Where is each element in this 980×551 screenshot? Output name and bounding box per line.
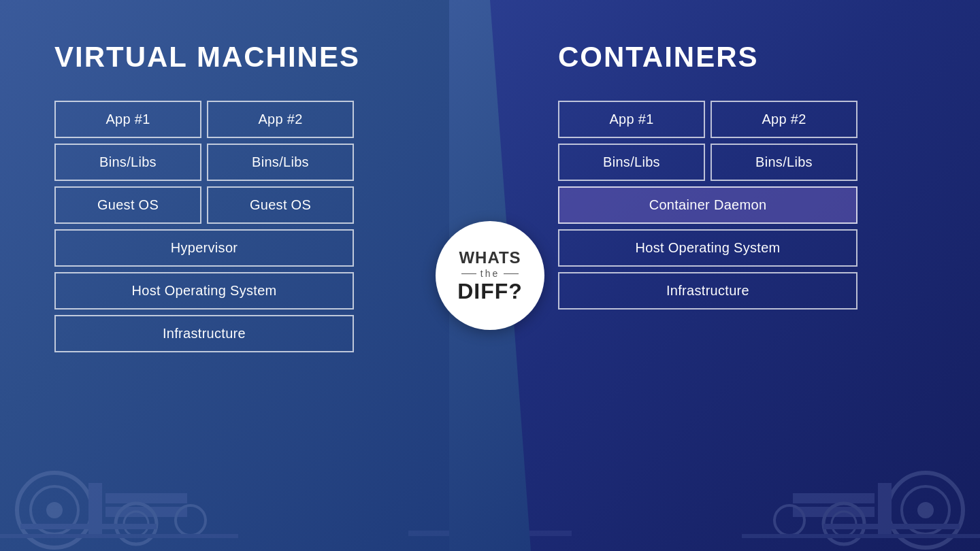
vm-app1-box: App #1 <box>54 101 201 138</box>
circle-diff-text: DIFF? <box>457 280 523 302</box>
containers-bins1-box: Bins/Libs <box>558 144 705 181</box>
vm-title: VIRTUAL MACHINES <box>54 41 360 73</box>
containers-row-bins: Bins/Libs Bins/Libs <box>558 144 858 181</box>
vm-bins2-box: Bins/Libs <box>207 144 354 181</box>
center-badge: WHATS the DIFF? <box>436 221 544 330</box>
circle-the-text: the <box>461 268 519 279</box>
vm-row-apps: App #1 App #2 <box>54 101 354 138</box>
vm-bins1-box: Bins/Libs <box>54 144 201 181</box>
containers-row-apps: App #1 App #2 <box>558 101 858 138</box>
circle-whats-text: WHATS <box>459 249 521 267</box>
containers-hostos-box: Host Operating System <box>558 229 858 267</box>
vm-diagram: App #1 App #2 Bins/Libs Bins/Libs Guest … <box>54 101 354 352</box>
containers-bins2-box: Bins/Libs <box>710 144 858 181</box>
vm-hostos-box: Host Operating System <box>54 272 354 310</box>
vm-row-bins: Bins/Libs Bins/Libs <box>54 144 354 181</box>
containers-diagram: App #1 App #2 Bins/Libs Bins/Libs Contai… <box>558 101 858 310</box>
containers-app2-box: App #2 <box>710 101 858 138</box>
containers-daemon-box: Container Daemon <box>558 186 858 224</box>
vm-guestos1-box: Guest OS <box>54 186 201 224</box>
vm-row-guestos: Guest OS Guest OS <box>54 186 354 224</box>
vm-infrastructure-box: Infrastructure <box>54 315 354 352</box>
vm-guestos2-box: Guest OS <box>207 186 354 224</box>
vm-hypervisor-box: Hypervisor <box>54 229 354 267</box>
containers-title: CONTAINERS <box>558 41 759 73</box>
containers-section: CONTAINERS App #1 App #2 Bins/Libs Bins/… <box>490 0 980 551</box>
vm-section: VIRTUAL MACHINES App #1 App #2 Bins/Libs… <box>0 0 490 551</box>
containers-infrastructure-box: Infrastructure <box>558 272 858 310</box>
vm-app2-box: App #2 <box>207 101 354 138</box>
containers-app1-box: App #1 <box>558 101 705 138</box>
